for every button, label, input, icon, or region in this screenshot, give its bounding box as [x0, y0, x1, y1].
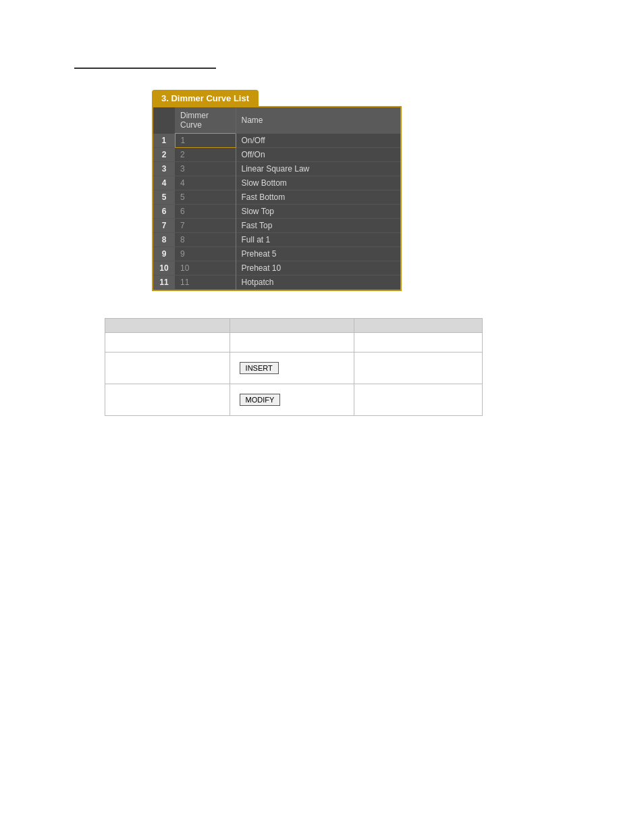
cell-row-num: 2: [153, 148, 175, 162]
info-row-2: INSERT: [105, 353, 483, 384]
info-row2-col-c: [354, 353, 483, 384]
table-row[interactable]: 1010Preheat 10: [153, 261, 400, 276]
cell-curve-value: 7: [175, 219, 236, 233]
table-row[interactable]: 66Slow Top: [153, 205, 400, 219]
cell-row-num: 7: [153, 219, 175, 233]
insert-button[interactable]: INSERT: [240, 362, 279, 374]
info-row1-col-b: [230, 333, 354, 353]
info-table: INSERT MODIFY: [105, 318, 483, 416]
cell-curve-name: Hotpatch: [236, 276, 400, 290]
info-col-header-b: [230, 319, 354, 333]
cell-curve-value: 4: [175, 176, 236, 190]
cell-curve-value: 9: [175, 247, 236, 261]
info-col-header-a: [105, 319, 230, 333]
info-row-3: MODIFY: [105, 384, 483, 416]
cell-curve-value: 5: [175, 190, 236, 205]
cell-curve-name: Off/On: [236, 148, 400, 162]
cell-curve-name: Linear Square Law: [236, 162, 400, 176]
info-row2-col-a: [105, 353, 230, 384]
cell-curve-name: Fast Bottom: [236, 190, 400, 205]
cell-curve-value: 11: [175, 276, 236, 290]
info-row1-col-c: [354, 333, 483, 353]
dimmer-panel-wrapper: 3. Dimmer Curve List Dimmer Curve Name 1…: [152, 89, 402, 291]
info-row1-col-a: [105, 333, 230, 353]
table-row[interactable]: 1111Hotpatch: [153, 276, 400, 290]
cell-row-num: 6: [153, 205, 175, 219]
table-row[interactable]: 33Linear Square Law: [153, 162, 400, 176]
table-row[interactable]: 77Fast Top: [153, 219, 400, 233]
info-table-wrapper: INSERT MODIFY: [105, 318, 483, 416]
cell-curve-name: On/Off: [236, 134, 400, 148]
dimmer-curve-table: Dimmer Curve Name 11On/Off22Off/On33Line…: [153, 107, 400, 290]
info-row-1: [105, 333, 483, 353]
info-row3-col-c: [354, 384, 483, 416]
cell-curve-name: Full at 1: [236, 233, 400, 247]
cell-curve-name: Fast Top: [236, 219, 400, 233]
cell-row-num: 10: [153, 261, 175, 276]
modify-button[interactable]: MODIFY: [240, 394, 281, 406]
info-col-header-c: [354, 319, 483, 333]
dimmer-panel-tab: 3. Dimmer Curve List: [152, 90, 259, 107]
cell-row-num: 9: [153, 247, 175, 261]
cell-row-num: 5: [153, 190, 175, 205]
table-row[interactable]: 88Full at 1: [153, 233, 400, 247]
table-row[interactable]: 55Fast Bottom: [153, 190, 400, 205]
cell-row-num: 1: [153, 134, 175, 148]
page-content: 3. Dimmer Curve List Dimmer Curve Name 1…: [0, 0, 644, 463]
cell-row-num: 4: [153, 176, 175, 190]
cell-curve-name: Preheat 5: [236, 247, 400, 261]
info-row2-col-b: INSERT: [230, 353, 354, 384]
cell-curve-value: 6: [175, 205, 236, 219]
cell-curve-name: Slow Top: [236, 205, 400, 219]
col-header-name: Name: [236, 107, 400, 134]
table-row[interactable]: 99Preheat 5: [153, 247, 400, 261]
cell-curve-name: Slow Bottom: [236, 176, 400, 190]
cell-curve-name: Preheat 10: [236, 261, 400, 276]
table-row[interactable]: 22Off/On: [153, 148, 400, 162]
cell-curve-value: 8: [175, 233, 236, 247]
cell-row-num: 3: [153, 162, 175, 176]
info-row3-col-a: [105, 384, 230, 416]
cell-curve-value: 10: [175, 261, 236, 276]
col-header-num: [153, 107, 175, 134]
info-row3-col-b: MODIFY: [230, 384, 354, 416]
col-header-curve: Dimmer Curve: [175, 107, 236, 134]
cell-row-num: 8: [153, 233, 175, 247]
section-divider: [74, 68, 216, 69]
table-row[interactable]: 44Slow Bottom: [153, 176, 400, 190]
cell-curve-value: 3: [175, 162, 236, 176]
table-row[interactable]: 11On/Off: [153, 134, 400, 148]
cell-curve-value: 1: [175, 134, 236, 148]
cell-row-num: 11: [153, 276, 175, 290]
dimmer-panel: Dimmer Curve Name 11On/Off22Off/On33Line…: [152, 106, 402, 291]
cell-curve-value: 2: [175, 148, 236, 162]
